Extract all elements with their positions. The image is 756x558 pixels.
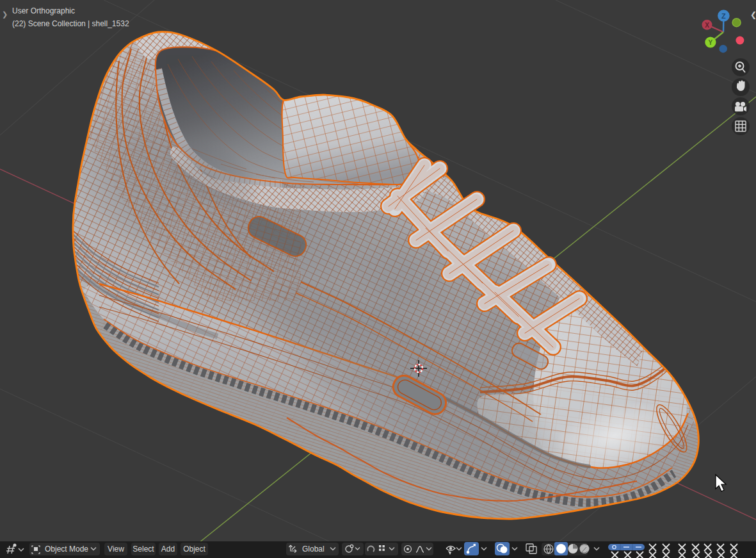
svg-text:Add: Add bbox=[161, 545, 175, 554]
svg-text:Select: Select bbox=[133, 545, 154, 554]
svg-text:❯: ❯ bbox=[2, 10, 8, 19]
svg-text:Z: Z bbox=[721, 12, 726, 20]
svg-text:❮: ❮ bbox=[750, 10, 756, 19]
svg-text:X: X bbox=[705, 22, 709, 29]
svg-text:User Orthographic: User Orthographic bbox=[12, 6, 75, 15]
svg-text:(22) Scene Collection | shell_: (22) Scene Collection | shell_1532 bbox=[12, 19, 129, 28]
svg-text:View: View bbox=[108, 545, 124, 554]
svg-text:Y: Y bbox=[709, 39, 713, 46]
svg-text:Object: Object bbox=[183, 545, 205, 554]
svg-text:Global: Global bbox=[302, 545, 325, 554]
svg-text:Object Mode: Object Mode bbox=[45, 545, 88, 554]
